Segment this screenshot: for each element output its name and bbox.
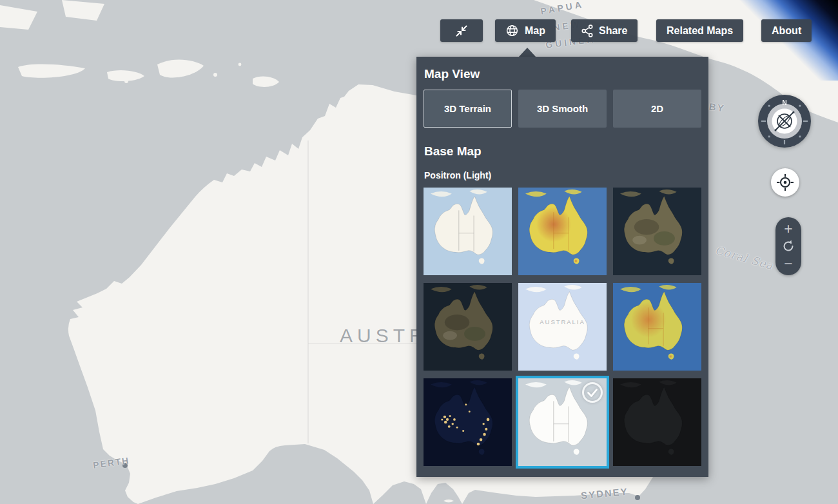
partial-place-label: BY (708, 101, 726, 113)
rotate-icon (781, 246, 795, 255)
about-button-label: About (772, 25, 801, 37)
collapse-arrows-icon (454, 24, 469, 38)
share-button[interactable]: Share (571, 19, 638, 42)
basemap-thumbnail-positron-light[interactable] (518, 378, 607, 466)
svg-text:AUSTRALIA: AUSTRALIA (540, 318, 585, 325)
compass-north-label: N (782, 99, 786, 106)
crosshair-icon (775, 173, 795, 192)
map-button-label: Map (525, 25, 545, 37)
map-view-title: Map View (424, 67, 701, 81)
map-button[interactable]: Map (495, 19, 556, 42)
sydney-marker (635, 495, 640, 500)
base-map-title: Base Map (424, 144, 701, 159)
basemap-thumbnail-terrain-relief-warm[interactable] (518, 188, 607, 275)
zoom-out-button[interactable]: − (780, 257, 796, 271)
basemap-thumbnail-terrain-relief-green[interactable] (613, 283, 701, 371)
zoom-control: + − (775, 217, 801, 275)
panel-caret (518, 48, 536, 57)
share-button-label: Share (599, 25, 627, 37)
share-nodes-icon (581, 24, 593, 37)
locate-button[interactable] (771, 168, 799, 197)
globe-icon (505, 24, 519, 37)
map-application: AUSTRALIA PAPUA NEW GUINEA BY Coral Sea … (0, 0, 838, 504)
about-button[interactable]: About (761, 19, 812, 42)
view-option-3d-smooth[interactable]: 3D Smooth (518, 90, 607, 128)
view-option-3d-terrain[interactable]: 3D Terrain (424, 90, 512, 128)
related-maps-button[interactable]: Related Maps (656, 19, 743, 42)
basemap-thumbnail-voyager-light[interactable] (424, 188, 512, 275)
base-map-selected-name: Positron (Light) (424, 170, 701, 180)
selected-check-icon (582, 382, 603, 403)
collapse-button[interactable] (440, 19, 483, 42)
compass-control[interactable]: N (757, 94, 812, 148)
basemap-thumbnail-satellite-dark[interactable] (424, 283, 512, 371)
map-view-options: 3D Terrain3D Smooth2D (424, 90, 701, 128)
map-settings-panel: Map View 3D Terrain3D Smooth2D Base Map … (416, 57, 708, 477)
basemap-thumbnail-streets-light[interactable]: AUSTRALIA (518, 283, 607, 371)
base-map-grid: AUSTRALIA (424, 188, 701, 466)
basemap-thumbnail-earth-at-night[interactable] (424, 378, 512, 466)
basemap-thumbnail-dark-matter[interactable] (613, 378, 701, 466)
related-maps-button-label: Related Maps (667, 25, 733, 37)
zoom-in-button[interactable]: + (780, 222, 796, 236)
rotate-reset-button[interactable] (781, 239, 795, 253)
view-option-2d[interactable]: 2D (613, 90, 701, 128)
basemap-thumbnail-satellite-labels[interactable] (613, 188, 701, 275)
